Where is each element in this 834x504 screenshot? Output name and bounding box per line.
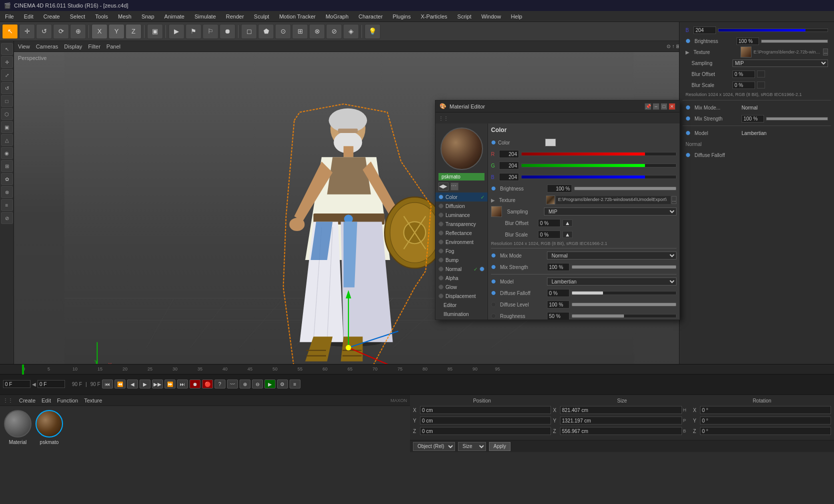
me-ch-alpha[interactable]: Alpha [436, 274, 488, 282]
tool-obj6[interactable]: ⊘ [326, 24, 342, 39]
tl-btn-start[interactable]: ⏮ [102, 380, 113, 388]
me-b-track[interactable] [521, 175, 676, 179]
menu-select[interactable]: Select [68, 12, 88, 20]
menu-create[interactable]: Create [42, 12, 62, 20]
me-btn-min[interactable]: – [652, 103, 660, 110]
tl-btn-next-key[interactable]: ⏩ [164, 380, 176, 388]
rs-mix-strength-input[interactable] [742, 115, 764, 122]
pos-z-input[interactable] [420, 427, 551, 435]
menu-help[interactable]: Help [509, 12, 524, 20]
side-tool-s8[interactable]: ⊗ [1, 186, 13, 198]
material-ball-zeus[interactable] [36, 410, 63, 438]
me-diffuse-level-track[interactable] [572, 302, 676, 306]
tl-btn-next[interactable]: ▶▶ [152, 380, 163, 388]
menu-simulate[interactable]: Simulate [192, 12, 218, 20]
tl-btn-play-mode[interactable]: ▶ [264, 380, 276, 388]
me-ch-glow[interactable]: Glow [436, 282, 488, 292]
me-diffuse-falloff-value[interactable] [547, 289, 570, 297]
tool-rotate-view[interactable]: ↺ [36, 24, 52, 39]
bl-menu-function[interactable]: Function [57, 398, 78, 404]
tl-btn-prev[interactable]: ◀ [127, 380, 138, 388]
tool-render-region[interactable]: ▣ [147, 24, 163, 39]
me-blur-scale-stepper[interactable]: ▲ [562, 231, 572, 238]
side-tool-s9[interactable]: ≡ [1, 199, 13, 211]
tl-btn-motion[interactable]: 〰 [227, 380, 238, 388]
menu-mograph[interactable]: MoGraph [324, 12, 350, 20]
menu-file[interactable]: File [3, 12, 16, 20]
tool-obj5[interactable]: ⊗ [309, 24, 325, 39]
pos-y-input[interactable] [420, 416, 551, 424]
side-tool-s10[interactable]: ⊘ [1, 212, 13, 224]
frame-current-input[interactable] [3, 380, 30, 388]
apply-button[interactable]: Apply [489, 442, 510, 451]
rot-x-input[interactable] [700, 406, 831, 414]
bl-menu-edit[interactable]: Edit [42, 398, 51, 404]
me-btn-pin[interactable]: 📌 [644, 103, 652, 110]
rs-brightness-input[interactable] [736, 38, 759, 45]
rs-b-track[interactable] [718, 28, 828, 32]
tool-obj2[interactable]: ⬟ [258, 24, 274, 39]
menu-plugins[interactable]: Plugins [390, 12, 412, 20]
tl-btn-record[interactable]: ⏺ [190, 380, 200, 388]
vp-menu-display[interactable]: Display [64, 44, 82, 50]
me-color-swatch[interactable] [545, 138, 556, 146]
side-tool-scale[interactable]: ⤢ [1, 69, 13, 81]
object-mode-select[interactable]: Object (Rel) World Local [413, 442, 455, 451]
tool-add[interactable]: ⊕ [70, 24, 86, 39]
me-brightness-value[interactable] [547, 184, 572, 192]
me-sampling-select[interactable]: MIPNoneBilinear [544, 208, 676, 216]
vp-menu-cameras[interactable]: Cameras [36, 44, 58, 50]
me-diffuse-falloff-track[interactable] [572, 291, 676, 295]
me-ch-reflectance[interactable]: Reflectance [436, 228, 488, 238]
me-ch-fog[interactable]: Fog [436, 246, 488, 256]
rs-sampling-select[interactable]: MIP [732, 60, 828, 67]
rs-b-value[interactable] [694, 26, 716, 34]
side-tool-arrow[interactable]: ↖ [1, 43, 13, 55]
me-ch-luminance[interactable]: Luminance [436, 210, 488, 220]
tool-anim4[interactable]: ⏺ [220, 24, 236, 39]
menu-tools[interactable]: Tools [93, 12, 110, 20]
me-mix-mode-select[interactable]: NormalMultiplyScreen [547, 252, 676, 260]
me-btn-close[interactable]: ✕ [668, 103, 676, 110]
menu-script[interactable]: Script [456, 12, 474, 20]
me-ch-transparency[interactable]: Transparency [436, 220, 488, 228]
me-ch-color[interactable]: Color ✓ [436, 192, 488, 202]
menu-motiontarcker[interactable]: Motion Tracker [277, 12, 318, 20]
me-btn-max[interactable]: □ [660, 103, 668, 110]
side-tool-move[interactable]: ✛ [1, 56, 13, 68]
menu-mesh[interactable]: Mesh [116, 12, 134, 20]
rs-mix-strength-track[interactable] [766, 117, 828, 120]
me-texture-browse[interactable]: ... [672, 196, 676, 204]
me-ch-normal[interactable]: Normal ✓ [436, 264, 488, 274]
pos-x-input[interactable] [420, 406, 551, 414]
me-b-value[interactable] [499, 173, 519, 181]
side-tool-s6[interactable]: ⊞ [1, 160, 13, 172]
side-tool-s3[interactable]: ▣ [1, 121, 13, 133]
me-ch-environment[interactable]: Environment [436, 238, 488, 246]
tl-btn-autokey[interactable]: 🔴 [202, 380, 213, 388]
me-r-track[interactable] [521, 152, 676, 156]
me-diffuse-level-value[interactable] [547, 300, 570, 308]
me-roughness-value[interactable] [547, 312, 570, 320]
vp-menu-view[interactable]: View [18, 44, 30, 50]
me-texture-thumbnail[interactable] [546, 196, 555, 204]
me-arrows[interactable]: ◀▶ [438, 182, 448, 190]
size-y-input[interactable] [560, 416, 682, 424]
tl-btn-help[interactable]: ? [214, 380, 226, 388]
side-tool-rotate[interactable]: ↺ [1, 82, 13, 94]
rs-blur-offset-stepper[interactable] [757, 70, 765, 78]
me-ch-editor[interactable]: Editor [436, 300, 488, 310]
tool-x[interactable]: X [92, 24, 108, 39]
tl-btn-rem-key[interactable]: ⊖ [252, 380, 263, 388]
tool-obj1[interactable]: ◻ [241, 24, 257, 39]
me-blur-offset-stepper[interactable]: ▲ [562, 220, 572, 226]
me-g-track[interactable] [521, 164, 676, 168]
me-mix-strength-track[interactable] [572, 265, 676, 269]
rot-y-input[interactable] [700, 416, 831, 424]
tool-light1[interactable]: 💡 [364, 24, 380, 39]
rs-blur-scale-input[interactable] [732, 82, 755, 89]
side-tool-s7[interactable]: ✿ [1, 173, 13, 185]
tool-move[interactable]: ↖ [2, 24, 18, 39]
tl-btn-add-key[interactable]: ⊕ [240, 380, 250, 388]
bl-menu-texture[interactable]: Texture [84, 398, 102, 404]
